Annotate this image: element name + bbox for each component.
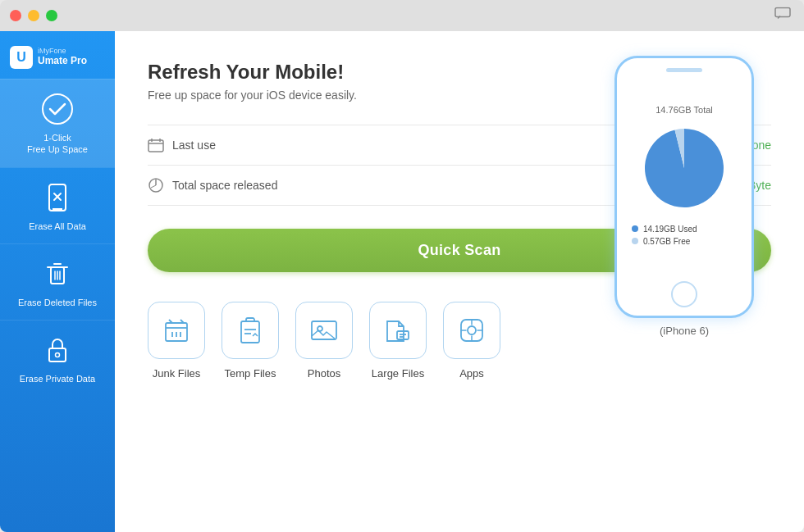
sidebar-item-label-free-up-space: 1-ClickFree Up Space: [27, 132, 88, 156]
chat-icon: [774, 7, 791, 25]
category-photos[interactable]: Photos: [295, 302, 353, 380]
minimize-button[interactable]: [28, 10, 39, 21]
storage-legend: 14.19GB Used 0.57GB Free: [624, 225, 745, 249]
apps-label: Apps: [459, 367, 484, 380]
sidebar-item-label-erase-all-data: Erase All Data: [29, 221, 86, 232]
svg-rect-26: [241, 321, 259, 343]
phone-device-label: (iPhone 6): [660, 325, 709, 337]
logo-icon: U: [10, 46, 33, 69]
svg-point-13: [56, 353, 60, 357]
legend-dot-free: [632, 238, 638, 244]
app-logo: U iMyFone Umate Pro: [0, 39, 115, 79]
phone-total-label: 14.76GB Total: [656, 105, 713, 115]
photos-label: Photos: [308, 367, 340, 380]
last-use-label: Last use: [172, 139, 216, 152]
phone-content: 14.76GB Total: [617, 72, 751, 281]
apps-icon: [443, 302, 500, 359]
phone-area: 14.76GB Total: [594, 56, 774, 337]
main-content: Refresh Your Mobile! Free up space for y…: [115, 31, 804, 532]
close-button[interactable]: [10, 10, 21, 21]
svg-rect-31: [397, 331, 409, 339]
junk-files-label: Junk Files: [153, 367, 201, 380]
checkmark-circle-icon: [39, 91, 75, 127]
large-files-icon: [369, 302, 427, 359]
phone-home-button: [671, 281, 697, 307]
app-window: U iMyFone Umate Pro 1-ClickFree Up Space: [0, 0, 804, 532]
calendar-icon: [148, 137, 164, 153]
info-row-left-total-space: Total space released: [148, 177, 277, 193]
junk-files-icon: [148, 302, 205, 359]
logo-product: Umate Pro: [38, 56, 87, 66]
phone-frame: 14.76GB Total: [614, 56, 754, 318]
phone-erase-icon: [39, 180, 75, 216]
svg-rect-12: [49, 348, 66, 361]
space-icon: [148, 177, 164, 193]
sidebar-item-free-up-space[interactable]: 1-ClickFree Up Space: [0, 79, 115, 167]
sidebar-item-erase-private-data[interactable]: Erase Private Data: [0, 320, 115, 396]
legend-used-label: 14.19GB Used: [643, 225, 697, 234]
category-temp-files[interactable]: Temp Files: [222, 302, 279, 380]
legend-dot-used: [632, 225, 638, 232]
svg-point-35: [468, 326, 476, 334]
photos-icon: [295, 302, 353, 359]
maximize-button[interactable]: [46, 10, 57, 21]
svg-point-1: [43, 94, 72, 124]
svg-rect-0: [775, 8, 790, 17]
sidebar-item-erase-deleted-files[interactable]: Erase Deleted Files: [0, 243, 115, 320]
category-junk-files[interactable]: Junk Files: [148, 302, 205, 380]
title-bar: [0, 0, 804, 31]
temp-files-label: Temp Files: [225, 367, 276, 380]
temp-files-icon: [222, 302, 279, 359]
legend-used: 14.19GB Used: [632, 225, 737, 234]
large-files-label: Large Files: [372, 367, 424, 380]
sidebar-item-erase-all-data[interactable]: Erase All Data: [0, 167, 115, 243]
info-row-left-last-use: Last use: [148, 137, 216, 153]
legend-free-label: 0.57GB Free: [643, 237, 690, 246]
category-large-files[interactable]: Large Files: [369, 302, 427, 380]
svg-rect-14: [148, 140, 163, 152]
sidebar-item-label-erase-deleted-files: Erase Deleted Files: [18, 297, 97, 308]
lock-icon: [39, 332, 75, 368]
category-apps[interactable]: Apps: [443, 302, 500, 380]
sidebar-item-label-erase-private-data: Erase Private Data: [20, 373, 95, 384]
logo-text: iMyFone Umate Pro: [38, 48, 87, 66]
trash-icon: [39, 256, 75, 292]
total-space-label: Total space released: [172, 179, 277, 192]
legend-free: 0.57GB Free: [632, 237, 737, 246]
content-area: U iMyFone Umate Pro 1-ClickFree Up Space: [0, 31, 804, 532]
sidebar: U iMyFone Umate Pro 1-ClickFree Up Space: [0, 31, 115, 532]
phone-pie-chart: [639, 123, 729, 213]
traffic-lights: [10, 10, 57, 21]
